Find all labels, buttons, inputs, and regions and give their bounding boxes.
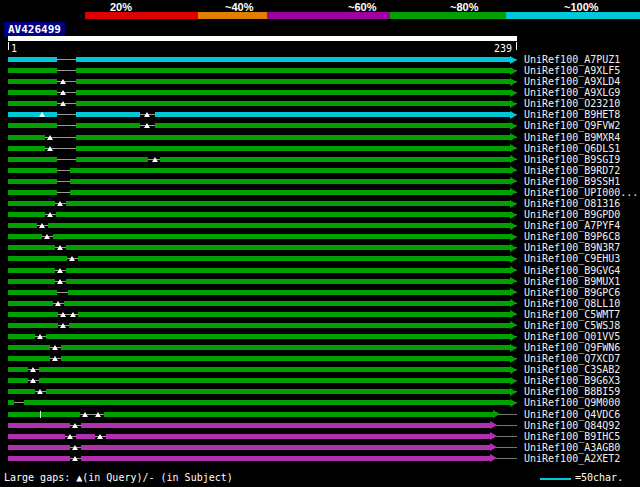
alignment-label[interactable]: UniRef100_B9SSH1: [524, 176, 620, 187]
alignment-bar[interactable]: [8, 168, 510, 173]
alignment-label[interactable]: UniRef100_Q84Q92: [524, 420, 620, 431]
bar-arrowhead-icon: [510, 277, 517, 285]
alignment-bar[interactable]: [8, 234, 510, 239]
alignment-label[interactable]: UniRef100_O81316: [524, 198, 620, 209]
alignment-bar[interactable]: [8, 223, 510, 228]
subject-gap-line: [57, 192, 70, 193]
alignment-bar[interactable]: [8, 157, 510, 162]
alignment-label[interactable]: UniRef100_A7PYF4: [524, 220, 620, 231]
bar-arrowhead-icon: [510, 166, 517, 174]
alignment-bar[interactable]: [8, 356, 510, 361]
alignment-label[interactable]: UniRef100_B9N3R7: [524, 242, 620, 253]
alignment-label[interactable]: UniRef100_B9MXR4: [524, 132, 620, 143]
query-gap-icon: [60, 79, 66, 84]
bar-arrowhead-icon: [510, 255, 517, 263]
alignment-bar[interactable]: [8, 245, 510, 250]
bar-arrowhead-icon: [510, 222, 517, 230]
alignment-bar[interactable]: [8, 146, 510, 151]
alignment-bar[interactable]: [8, 279, 510, 284]
alignment-label[interactable]: UniRef100_B9MUX1: [524, 276, 620, 287]
query-gap-icon: [70, 312, 76, 317]
alignment-label[interactable]: UniRef100_Q9FVW2: [524, 120, 620, 131]
alignment-bar[interactable]: [8, 123, 510, 128]
bar-arrowhead-icon: [510, 377, 517, 385]
alignment-label[interactable]: UniRef100_Q7XCD7: [524, 353, 620, 364]
bar-arrowhead-icon: [510, 266, 517, 274]
alignment-label[interactable]: UniRef100_A9XLD4: [524, 76, 620, 87]
alignment-label[interactable]: UniRef100_Q4VDC6: [524, 409, 620, 420]
alignment-label[interactable]: UniRef100_Q9M000: [524, 397, 620, 408]
alignment-label[interactable]: UniRef100_Q9FWN6: [524, 342, 620, 353]
query-gap-icon: [67, 434, 73, 439]
alignment-bar[interactable]: [8, 323, 510, 328]
alignment-label[interactable]: UniRef100_A7PUZ1: [524, 54, 620, 65]
alignment-bar[interactable]: [8, 112, 510, 117]
alignment-bar[interactable]: [8, 179, 510, 184]
alignment-bar[interactable]: [8, 345, 510, 350]
alignment-bar[interactable]: [8, 90, 510, 95]
alignment-bar[interactable]: [8, 57, 510, 62]
alignment-label[interactable]: UniRef100_C3SAB2: [524, 364, 620, 375]
bar-arrowhead-icon: [510, 200, 517, 208]
alignment-label[interactable]: UniRef100_B9G6X3: [524, 375, 620, 386]
alignment-label[interactable]: UniRef100_UPI000...: [524, 187, 638, 198]
bar-arrowhead-icon: [510, 111, 517, 119]
bar-arrowhead-icon: [510, 67, 517, 75]
alignment-label[interactable]: UniRef100_B9GVG4: [524, 265, 620, 276]
bar-arrowhead-icon: [510, 244, 517, 252]
alignment-bar[interactable]: [8, 400, 510, 405]
alignment-bar[interactable]: [8, 190, 510, 195]
query-gap-icon: [144, 112, 150, 117]
subject-gap-line: [57, 292, 68, 293]
alignment-bar[interactable]: [8, 334, 510, 339]
alignment-label[interactable]: UniRef100_Q01VV5: [524, 331, 620, 342]
alignment-label[interactable]: UniRef100_B9IHC5: [524, 431, 620, 442]
alignment-label[interactable]: UniRef100_B9GPC6: [524, 287, 620, 298]
alignment-label[interactable]: UniRef100_B9GPD0: [524, 209, 620, 220]
query-gap-icon: [47, 212, 53, 217]
alignment-label[interactable]: UniRef100_C5WSJ8: [524, 320, 620, 331]
alignment-bar[interactable]: [8, 135, 510, 140]
alignment-label[interactable]: UniRef100_O23210: [524, 98, 620, 109]
alignment-bar[interactable]: [8, 79, 510, 84]
alignment-bar[interactable]: [8, 212, 510, 217]
alignment-label[interactable]: UniRef100_B9RD72: [524, 165, 620, 176]
alignment-bar[interactable]: [8, 268, 510, 273]
scale-percent-label: ~80%: [450, 1, 478, 13]
alignment-bar[interactable]: [8, 389, 510, 394]
alignment-bar[interactable]: [8, 101, 510, 106]
alignment-label[interactable]: UniRef100_A3AGB0: [524, 442, 620, 453]
alignment-label[interactable]: UniRef100_Q8LL10: [524, 298, 620, 309]
alignment-label[interactable]: UniRef100_B8BI59: [524, 386, 620, 397]
alignment-label[interactable]: UniRef100_B9HET8: [524, 109, 620, 120]
alignment-bar[interactable]: [8, 367, 510, 372]
alignment-label[interactable]: UniRef100_C9EHU3: [524, 253, 620, 264]
alignment-label[interactable]: UniRef100_C5WMT7: [524, 309, 620, 320]
scale-segment: [390, 12, 506, 19]
subject-gap-line: [14, 402, 24, 403]
query-gap-icon: [60, 101, 66, 106]
alignment-bar[interactable]: [8, 256, 510, 261]
alignment-bar[interactable]: [8, 301, 510, 306]
query-gap-icon: [39, 223, 45, 228]
bar-arrowhead-icon: [510, 177, 517, 185]
alignment-bar[interactable]: [8, 378, 510, 383]
alignment-label[interactable]: UniRef100_B9SGI9: [524, 154, 620, 165]
alignment-bar[interactable]: [8, 290, 510, 295]
alignment-bar[interactable]: [8, 201, 510, 206]
alignment-bar[interactable]: [8, 434, 490, 439]
alignment-label[interactable]: UniRef100_Q6DLS1: [524, 143, 620, 154]
alignment-label[interactable]: UniRef100_A2XET2: [524, 453, 620, 464]
alignment-label[interactable]: UniRef100_A9XLG9: [524, 87, 620, 98]
scale-percent-label: ~60%: [348, 1, 376, 13]
query-gap-icon: [72, 423, 78, 428]
subject-gap-line: [57, 125, 76, 126]
alignment-label[interactable]: UniRef100_B9P6C8: [524, 231, 620, 242]
subject-gap-line: [57, 59, 76, 60]
query-gap-icon: [55, 301, 61, 306]
alignment-label[interactable]: UniRef100_A9XLF5: [524, 65, 620, 76]
subject-gap-line: [57, 181, 70, 182]
alignment-bar[interactable]: [8, 312, 510, 317]
alignment-bar[interactable]: [8, 68, 510, 73]
bar-arrowhead-icon: [510, 133, 517, 141]
